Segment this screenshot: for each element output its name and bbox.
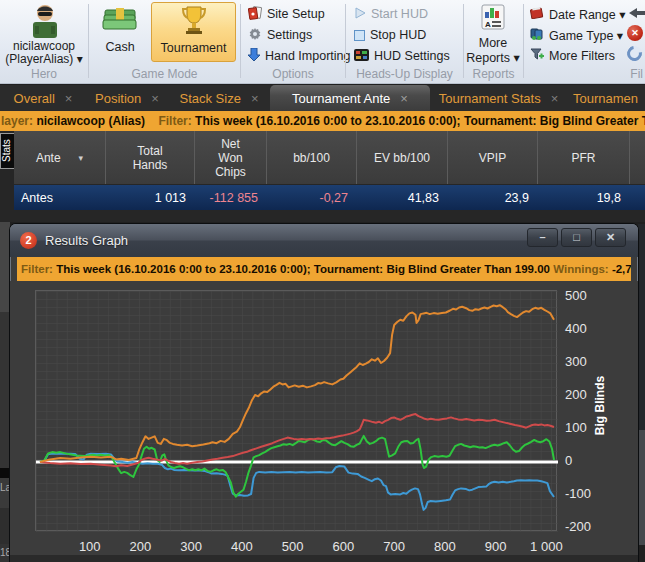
group-label-filters: Fil <box>524 67 645 81</box>
tab-label: Overall <box>14 91 55 106</box>
start-hud-label: Start HUD <box>371 7 428 21</box>
y-tick-label: 100 <box>565 420 605 435</box>
table-row[interactable]: Antes 1 013 -112 855 -0,27 41,83 23,9 19… <box>14 185 645 210</box>
report-tab-bar: Overall × Position × Stack Size × Tourna… <box>0 85 645 111</box>
tab-tournament-ante[interactable]: Tournament Ante × <box>270 85 430 111</box>
report-chart-icon: A <box>464 4 522 33</box>
cards-icon <box>248 6 262 23</box>
settings-button[interactable]: Settings <box>248 26 312 44</box>
y-tick-label: 0 <box>565 453 605 468</box>
tab-close-icon[interactable]: × <box>65 91 73 106</box>
x-tick-label: 300 <box>166 539 216 554</box>
tab-close-icon[interactable]: × <box>551 91 559 106</box>
cash-button[interactable]: Cash <box>91 2 149 62</box>
column-header-net-won-chips[interactable]: Net Won Chips <box>195 131 267 184</box>
tab-close-icon[interactable]: × <box>151 91 159 106</box>
graph-filter-bar: Filter: This week (16.10.2016 0:00 to 23… <box>17 257 631 281</box>
y-axis-title: Big Blinds <box>593 361 608 451</box>
y-tick-label: -100 <box>565 486 605 501</box>
tournament-button[interactable]: Tournament <box>151 2 236 62</box>
y-tick-label: 200 <box>565 387 605 402</box>
pin-icon[interactable] <box>627 5 645 23</box>
group-label-hud: Heads-Up Display <box>346 67 463 81</box>
x-tick-label: 800 <box>420 539 470 554</box>
tab-stack-size[interactable]: Stack Size × <box>176 85 262 111</box>
more-reports-button[interactable]: A More Reports ▾ <box>464 2 522 62</box>
report-filter-bar: layer: nicilawcoop (Alias) Filter: This … <box>0 111 645 131</box>
column-header-total-hands[interactable]: Total Hands <box>106 131 195 184</box>
x-tick-label: 500 <box>268 539 318 554</box>
column-header-vpip[interactable]: VPIP <box>448 131 538 184</box>
tab-overall[interactable]: Overall × <box>8 85 78 111</box>
more-filters-button[interactable]: More Filters <box>530 47 615 65</box>
window-title-bar[interactable]: 2 Results Graph – □ ✕ <box>10 224 638 257</box>
stats-side-tab[interactable]: Stats <box>0 133 14 169</box>
stop-hud-label: Stop HUD <box>370 28 426 42</box>
background-scrollbar-fragment <box>0 222 10 312</box>
filter-funnel-icon <box>530 48 544 64</box>
sort-arrow-icon[interactable]: ▾ <box>79 151 84 165</box>
cell-vpip: 23,9 <box>448 191 538 205</box>
cell-bb100: -0,27 <box>267 191 357 205</box>
hand-importing-button[interactable]: Hand Importing <box>248 47 350 65</box>
column-header-bb100[interactable]: bb/100 <box>267 131 357 184</box>
game-type-button[interactable]: Game Type ▾ <box>530 26 623 44</box>
tab-label: Stack Size <box>179 91 240 106</box>
ribbon-group-game-mode: Cash Tournament Game Mode <box>89 0 240 84</box>
tab-label: Tournament Ante <box>292 91 390 106</box>
clear-filter-icon[interactable]: ✕ <box>627 25 643 41</box>
column-header-pfr[interactable]: PFR <box>538 131 630 184</box>
cash-label: Cash <box>105 40 134 54</box>
tab-label: Tournamen <box>573 91 638 106</box>
filter-label: Filter: <box>158 114 191 128</box>
refresh-icon[interactable] <box>624 43 645 64</box>
column-header-ante[interactable]: Ante ▾ <box>14 131 106 184</box>
cell-net-won-chips: -112 855 <box>195 191 267 205</box>
hero-avatar-icon[interactable] <box>27 2 63 44</box>
background-panel-fragment <box>0 508 10 544</box>
cell-total-hands: 1 013 <box>106 191 195 205</box>
chart-canvas <box>36 291 558 532</box>
ribbon-group-hero: nicilawcoop (PlayerAlias) ▾ Hero <box>0 0 88 84</box>
ribbon-group-options: Site Setup Settings Hand Importing Optio… <box>241 0 345 84</box>
winnings-value: -2,7 big bli <box>612 263 631 275</box>
hud-settings-button[interactable]: HUD Settings <box>354 47 450 65</box>
group-label-game-mode: Game Mode <box>89 67 240 81</box>
hero-alias: (PlayerAlias) ▾ <box>0 53 88 66</box>
site-setup-label: Site Setup <box>267 7 325 21</box>
tab-position[interactable]: Position × <box>86 85 168 111</box>
x-tick-label: 600 <box>318 539 368 554</box>
date-range-label: Date Range ▾ <box>549 7 625 22</box>
ribbon: nicilawcoop (PlayerAlias) ▾ Hero Cash <box>0 0 645 84</box>
hud-settings-label: HUD Settings <box>374 49 450 63</box>
stop-hud-button[interactable]: Stop HUD <box>354 26 426 44</box>
tab-tournament-stats[interactable]: Tournament Stats × <box>432 85 565 111</box>
group-label-reports: Reports <box>464 67 523 81</box>
maximize-button[interactable]: □ <box>561 228 592 247</box>
results-graph: Big Blinds 5004003002001000-100-20010020… <box>10 281 638 562</box>
site-setup-button[interactable]: Site Setup <box>248 5 325 23</box>
chart-grid <box>36 291 558 532</box>
tab-close-icon[interactable]: × <box>400 91 408 106</box>
close-button[interactable]: ✕ <box>595 228 626 247</box>
minimize-button[interactable]: – <box>527 228 558 247</box>
gear-icon <box>248 27 262 44</box>
stop-icon <box>354 30 365 41</box>
column-label: VPIP <box>479 151 506 165</box>
x-tick-label: 400 <box>217 539 267 554</box>
start-hud-button[interactable]: Start HUD <box>354 5 428 23</box>
column-label: Total Hands <box>128 144 172 172</box>
column-header-ev-bb100[interactable]: EV bb/100 <box>357 131 448 184</box>
import-arrow-icon <box>248 48 260 65</box>
tab-label: Tournament Stats <box>439 91 541 106</box>
hm2-app-icon: 2 <box>20 232 37 249</box>
tab-close-icon[interactable]: × <box>251 91 259 106</box>
hero-player-selector[interactable]: nicilawcoop (PlayerAlias) ▾ <box>0 40 88 66</box>
x-tick-label: 900 <box>471 539 521 554</box>
tournament-label: Tournament <box>160 41 226 55</box>
background-divider-fragment <box>0 468 10 478</box>
table-header: Ante ▾ Total Hands Net Won Chips bb/100 … <box>14 131 645 184</box>
tab-tournament-cut[interactable]: Tournamen <box>573 85 645 111</box>
filter-value: This week (16.10.2016 0:00 to 23.10.2016… <box>195 114 645 128</box>
date-range-button[interactable]: Date Range ▾ <box>530 5 625 23</box>
